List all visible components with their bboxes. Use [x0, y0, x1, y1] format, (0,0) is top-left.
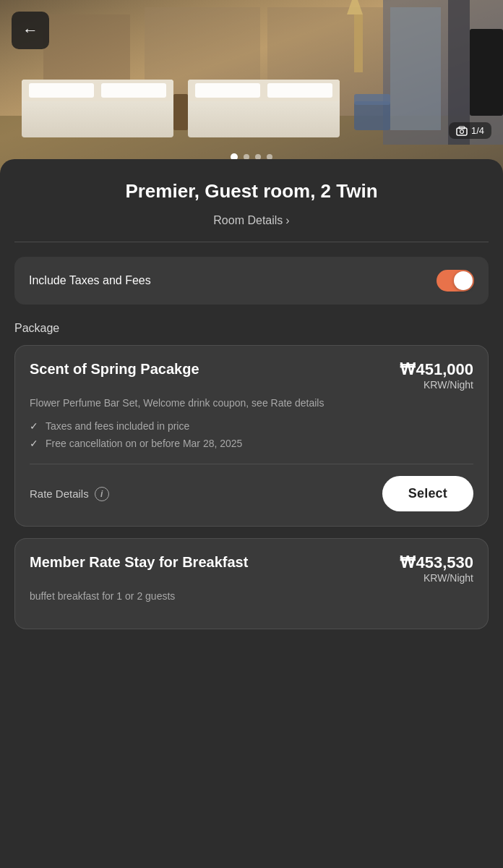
taxes-toggle[interactable]: [437, 270, 474, 292]
package-card-2: Member Rate Stay for Breakfast ₩453,530 …: [14, 538, 489, 629]
svg-rect-16: [390, 7, 441, 130]
package-price-2: ₩453,530: [400, 553, 473, 572]
room-title: Premier, Guest room, 2 Twin: [14, 179, 489, 204]
svg-rect-12: [195, 83, 260, 98]
section-divider: [14, 242, 489, 242]
check-item-1: ✓ Taxes and fees included in price: [30, 420, 473, 432]
package-price-1: ₩451,000: [400, 360, 473, 379]
toggle-thumb: [454, 271, 473, 290]
package-desc-2: buffet breakfast for 1 or 2 guests: [30, 590, 473, 604]
check-item-2: ✓ Free cancellation on or before Mar 28,…: [30, 438, 473, 449]
card-footer-1: Rate Details i Select: [30, 464, 473, 511]
select-button[interactable]: Select: [382, 476, 473, 511]
taxes-toggle-card: Include Taxes and Fees: [14, 257, 489, 305]
svg-rect-22: [470, 29, 503, 116]
package-section-label: Package: [14, 322, 489, 335]
package-price-unit-2: KRW/Night: [400, 572, 473, 584]
package-header-1: Scent of Spring Pacakge ₩451,000 KRW/Nig…: [30, 360, 473, 391]
svg-rect-14: [173, 94, 188, 130]
svg-rect-9: [101, 83, 166, 98]
checkmark-icon-1: ✓: [30, 420, 38, 432]
chevron-right-icon: ›: [285, 214, 289, 227]
check-text-2: Free cancellation on or before Mar 28, 2…: [46, 438, 242, 449]
svg-point-25: [460, 129, 463, 133]
checkmark-icon-2: ✓: [30, 438, 38, 449]
svg-rect-8: [29, 83, 94, 98]
hero-scene-svg: [0, 0, 503, 174]
svg-rect-21: [354, 94, 390, 105]
info-icon[interactable]: i: [95, 487, 109, 501]
package-card-1: Scent of Spring Pacakge ₩451,000 KRW/Nig…: [14, 345, 489, 527]
svg-rect-20: [354, 101, 390, 130]
back-button[interactable]: ←: [12, 12, 49, 49]
check-text-1: Taxes and fees included in price: [46, 420, 189, 432]
hero-image: ← 1/4: [0, 0, 503, 174]
room-details-link[interactable]: Room Details ›: [14, 214, 489, 227]
package-price-block-1: ₩451,000 KRW/Night: [400, 360, 473, 391]
back-arrow-icon: ←: [22, 22, 38, 38]
package-header-2: Member Rate Stay for Breakfast ₩453,530 …: [30, 553, 473, 584]
package-desc-1: Flower Perfume Bar Set, Welcome drink co…: [30, 396, 473, 411]
package-price-block-2: ₩453,530 KRW/Night: [400, 553, 473, 584]
content-panel: Premier, Guest room, 2 Twin Room Details…: [0, 159, 503, 868]
svg-rect-18: [354, 14, 363, 72]
gallery-icon: [456, 126, 468, 136]
image-counter: 1/4: [449, 122, 491, 139]
rate-details-link[interactable]: Rate Details i: [30, 487, 109, 501]
package-price-unit-1: KRW/Night: [400, 379, 473, 391]
svg-rect-13: [267, 83, 332, 98]
package-name-1: Scent of Spring Pacakge: [30, 360, 391, 378]
taxes-label: Include Taxes and Fees: [29, 274, 151, 287]
package-name-2: Member Rate Stay for Breakfast: [30, 553, 391, 571]
